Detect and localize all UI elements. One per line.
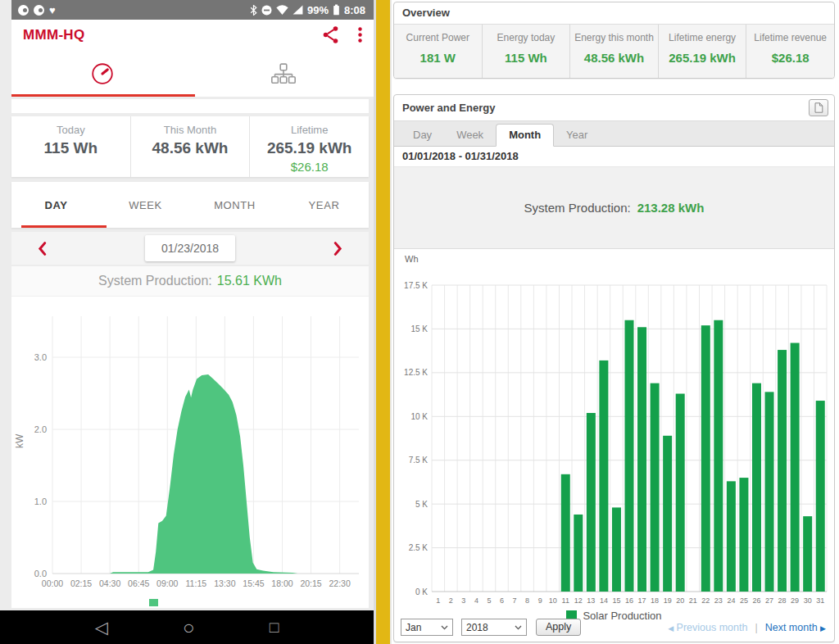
overflow-menu-icon[interactable]: [358, 27, 362, 43]
svg-text:24: 24: [727, 596, 735, 605]
tab-energy-gauge[interactable]: [11, 50, 193, 97]
day-area-chart[interactable]: 00:0002:1504:3006:4509:0011:1513:3015:45…: [11, 297, 369, 598]
chevron-down-icon: [441, 625, 448, 630]
month-bar-chart[interactable]: 0 K2.5 K5 K7.5 K10 K12.5 K15 K17.5 K1234…: [394, 264, 830, 606]
svg-text:10 K: 10 K: [410, 412, 428, 421]
day-chart-card: System Production: 15.61 KWh 00:0002:150…: [11, 266, 369, 608]
svg-text:15: 15: [612, 596, 620, 605]
export-button[interactable]: [809, 99, 828, 116]
svg-text:9: 9: [538, 596, 542, 605]
production-value: 15.61 KWh: [217, 274, 282, 288]
tab-week[interactable]: Week: [444, 125, 496, 146]
share-icon[interactable]: [323, 26, 338, 43]
summary-label: Lifetime: [250, 124, 369, 136]
summary-lifetime: Lifetime 265.19 kWh $26.18: [249, 116, 369, 177]
svg-text:09:00: 09:00: [156, 578, 178, 588]
svg-text:3: 3: [461, 596, 465, 605]
svg-text:15 K: 15 K: [410, 324, 428, 333]
stat-energy-today: Energy today 115 Wh: [482, 25, 570, 78]
svg-text:13: 13: [587, 596, 595, 605]
svg-text:7.5 K: 7.5 K: [409, 456, 429, 465]
previous-month-link[interactable]: ◀ Previous month: [668, 622, 747, 633]
stat-lifetime-energy: Lifetime energy 265.19 kWh: [658, 25, 746, 78]
battery-icon: [333, 4, 340, 16]
month-select[interactable]: Jan: [401, 619, 453, 636]
y-axis-caption: Wh: [405, 254, 834, 264]
svg-text:2.5 K: 2.5 K: [409, 543, 429, 552]
svg-text:21: 21: [689, 596, 697, 605]
stat-value: 265.19 kWh: [662, 51, 743, 65]
svg-text:23: 23: [714, 596, 723, 605]
svg-text:31: 31: [816, 596, 824, 605]
battery-percent: 99%: [307, 4, 329, 16]
svg-text:10: 10: [549, 596, 557, 605]
svg-text:11:15: 11:15: [186, 578, 207, 588]
stat-label: Lifetime energy: [662, 32, 743, 43]
previous-day-chevron[interactable]: [38, 242, 47, 256]
year-select[interactable]: 2018: [461, 619, 527, 636]
recents-button[interactable]: □: [270, 619, 279, 635]
svg-text:00:00: 00:00: [42, 578, 63, 588]
svg-text:04:30: 04:30: [99, 578, 120, 588]
svg-text:14: 14: [600, 596, 608, 605]
svg-text:25: 25: [740, 596, 748, 605]
next-month-link[interactable]: Next month ▶: [765, 622, 826, 633]
tab-month[interactable]: Month: [496, 124, 554, 147]
summary-label: This Month: [131, 124, 250, 136]
heart-icon: ♥: [49, 5, 56, 16]
svg-text:29: 29: [791, 596, 799, 605]
apply-button[interactable]: Apply: [536, 619, 581, 636]
summary-this-month: This Month 48.56 kWh: [130, 116, 250, 177]
enphase-notification-icon: [34, 5, 44, 16]
svg-text:17: 17: [638, 596, 646, 605]
svg-text:8: 8: [525, 596, 529, 605]
stat-lifetime-revenue: Lifetime revenue $26.18: [746, 25, 834, 78]
svg-text:13:30: 13:30: [214, 578, 235, 588]
tab-array[interactable]: [193, 50, 374, 97]
home-button[interactable]: ○: [183, 618, 195, 637]
energy-summary-card: Today 115 Wh This Month 48.56 kWh Lifeti…: [11, 116, 369, 177]
android-navigation-bar: ◁ ○ □: [0, 610, 374, 644]
tab-year[interactable]: Year: [554, 125, 600, 146]
svg-text:5 K: 5 K: [415, 500, 428, 509]
stat-label: Energy this month: [574, 32, 655, 43]
date-chip[interactable]: 01/23/2018: [145, 235, 235, 261]
tab-year[interactable]: YEAR: [279, 199, 369, 211]
svg-text:28: 28: [778, 596, 787, 605]
next-day-chevron[interactable]: [333, 242, 342, 256]
tab-day[interactable]: Day: [401, 125, 444, 146]
array-icon: [271, 63, 296, 84]
stat-label: Energy today: [486, 32, 567, 43]
svg-text:4: 4: [474, 596, 478, 605]
stat-label: Current Power: [397, 32, 478, 43]
svg-text:02:15: 02:15: [70, 578, 92, 588]
back-button[interactable]: ◁: [95, 619, 108, 636]
power-energy-panel: Power and Energy Day Week Month Year 01/…: [393, 94, 835, 642]
summary-value: 115 Wh: [11, 139, 130, 157]
date-range: 01/01/2018 - 01/31/2018: [394, 147, 834, 167]
svg-text:17.5 K: 17.5 K: [404, 281, 428, 290]
svg-text:19: 19: [664, 596, 672, 605]
svg-text:30: 30: [804, 596, 812, 605]
svg-text:22:30: 22:30: [329, 578, 350, 588]
svg-text:06:45: 06:45: [128, 578, 149, 588]
report-icon: [814, 102, 823, 113]
svg-text:15:45: 15:45: [243, 578, 264, 588]
stat-energy-month: Energy this month 48.56 kWh: [569, 25, 658, 78]
tab-day[interactable]: DAY: [11, 199, 101, 211]
bluetooth-icon: [250, 5, 257, 16]
selected-view-indicator: [11, 94, 195, 97]
selected-period-indicator: [21, 225, 107, 228]
right-arrow-icon: ▶: [820, 624, 826, 633]
svg-text:12: 12: [574, 596, 583, 605]
svg-text:0.0: 0.0: [34, 569, 47, 578]
overview-stats: Current Power 181 W Energy today 115 Wh …: [394, 25, 834, 78]
stat-value: 48.56 kWh: [574, 51, 655, 65]
overview-title: Overview: [394, 2, 834, 25]
tab-month[interactable]: MONTH: [190, 199, 279, 211]
screen: ♥ 99% 8:08 MMM-HQ: [0, 0, 839, 644]
svg-text:20: 20: [676, 596, 684, 605]
tab-week[interactable]: WEEK: [101, 199, 190, 211]
svg-text:11: 11: [562, 596, 569, 605]
summary-value: 265.19 kWh: [250, 139, 369, 157]
